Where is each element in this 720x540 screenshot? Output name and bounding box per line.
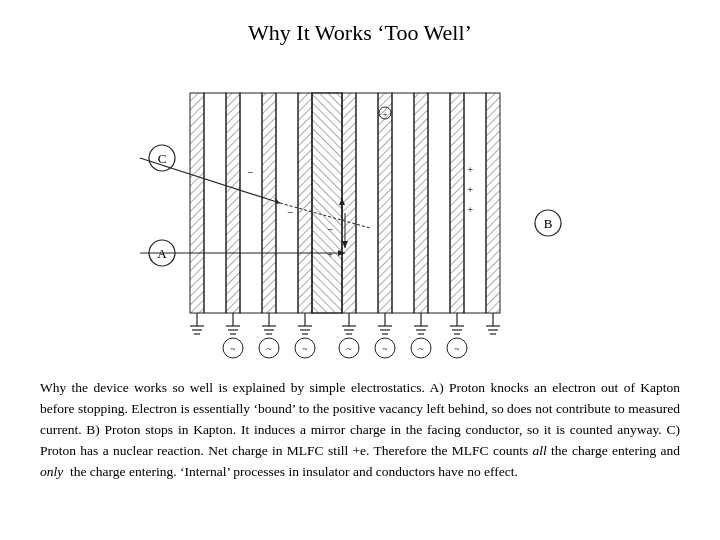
diagram-svg: ~ ~ ~ ~ ~ ~ ~ xyxy=(80,58,640,368)
svg-rect-12 xyxy=(378,93,392,313)
svg-text:+: + xyxy=(327,248,333,260)
caption-text-2: the charge entering and xyxy=(547,443,680,458)
svg-text:+: + xyxy=(382,109,387,119)
svg-rect-18 xyxy=(486,93,500,313)
svg-text:~: ~ xyxy=(266,343,272,354)
svg-rect-2 xyxy=(190,93,204,313)
svg-text:−: − xyxy=(327,223,333,235)
svg-rect-16 xyxy=(450,93,464,313)
page-title: Why It Works ‘Too Well’ xyxy=(248,20,472,46)
label-b: B xyxy=(544,216,553,231)
svg-text:~: ~ xyxy=(230,343,236,354)
svg-text:~: ~ xyxy=(346,343,352,354)
svg-text:+: + xyxy=(467,183,473,195)
svg-rect-13 xyxy=(392,93,414,313)
svg-text:−: − xyxy=(247,166,253,178)
caption: Why the device works so well is explaine… xyxy=(40,378,680,483)
svg-text:~: ~ xyxy=(454,343,460,354)
svg-text:+: + xyxy=(467,203,473,215)
svg-rect-5 xyxy=(240,93,262,313)
label-c: C xyxy=(158,151,167,166)
svg-rect-8 xyxy=(298,93,312,313)
svg-text:~: ~ xyxy=(418,343,424,354)
svg-rect-14 xyxy=(414,93,428,313)
svg-text:−: − xyxy=(287,206,293,218)
svg-rect-6 xyxy=(262,93,276,313)
label-a: A xyxy=(157,246,167,261)
svg-text:+: + xyxy=(467,163,473,175)
caption-italic-all: all xyxy=(533,443,547,458)
diagram-area: ~ ~ ~ ~ ~ ~ ~ xyxy=(80,58,640,368)
svg-rect-9 xyxy=(312,93,342,313)
svg-text:~: ~ xyxy=(302,343,308,354)
svg-rect-3 xyxy=(204,93,226,313)
caption-italic-only: only xyxy=(40,464,63,479)
svg-text:~: ~ xyxy=(382,343,388,354)
svg-rect-4 xyxy=(226,93,240,313)
page: Why It Works ‘Too Well’ xyxy=(0,0,720,540)
caption-text-3: the charge entering. ‘Internal’ processe… xyxy=(63,464,518,479)
svg-rect-11 xyxy=(356,93,378,313)
svg-rect-15 xyxy=(428,93,450,313)
